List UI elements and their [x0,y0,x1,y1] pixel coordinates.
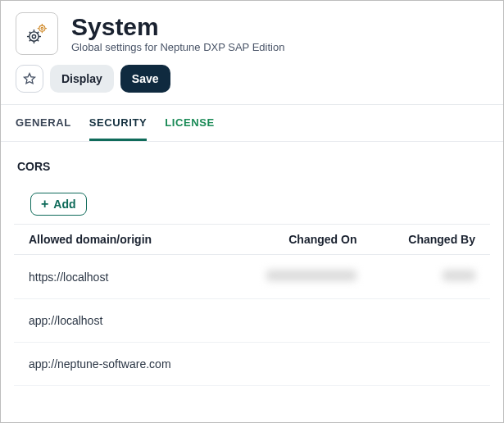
page-header: System Global settings for Neptune DXP S… [1,1,503,60]
svg-line-7 [37,39,39,41]
cell-changed-by [371,343,490,386]
gears-icon [23,20,51,48]
cell-origin: app://localhost [14,299,225,343]
cell-changed-by [371,299,490,343]
app-icon-box [16,12,58,55]
cell-changed-on [225,255,371,299]
redacted-value [443,270,475,281]
cell-origin: https://localhost [14,255,225,299]
tab-bar: GENERAL SECURITY LICENSE [1,105,503,142]
svg-line-9 [37,32,39,34]
cors-tbody: https://localhost app://localhost app://… [14,255,490,386]
tab-license[interactable]: LICENSE [165,116,215,141]
cell-changed-on [225,299,371,343]
col-origin: Allowed domain/origin [14,225,225,255]
svg-point-10 [39,25,45,31]
table-row[interactable]: app://neptune-software.com [14,343,490,386]
action-bar: Display Save [1,60,503,105]
col-changed-by: Changed By [371,225,490,255]
col-changed-on: Changed On [225,225,371,255]
svg-point-11 [41,27,43,30]
cell-changed-by [371,255,490,299]
svg-point-1 [32,34,35,38]
cell-changed-on [225,343,371,386]
add-button-label: Add [53,198,75,211]
favorite-button[interactable] [16,65,43,93]
redacted-value [266,270,356,281]
page-subtitle: Global settings for Neptune DXP SAP Edit… [71,41,284,53]
section-title-cors: CORS [17,160,490,173]
table-row[interactable]: app://localhost [14,299,490,343]
plus-icon: + [41,198,48,211]
add-button[interactable]: + Add [30,193,87,216]
svg-line-6 [30,32,31,34]
tab-security[interactable]: SECURITY [89,116,148,141]
content-area: CORS + Add Allowed domain/origin Changed… [1,142,503,386]
display-button[interactable]: Display [50,65,114,93]
star-icon [22,71,37,86]
table-row[interactable]: https://localhost [14,255,490,299]
cors-table: Allowed domain/origin Changed On Changed… [14,224,490,386]
cell-origin: app://neptune-software.com [14,343,225,386]
page-title: System [71,14,284,40]
save-button[interactable]: Save [120,65,170,93]
svg-line-8 [30,39,31,41]
tab-general[interactable]: GENERAL [16,116,71,141]
